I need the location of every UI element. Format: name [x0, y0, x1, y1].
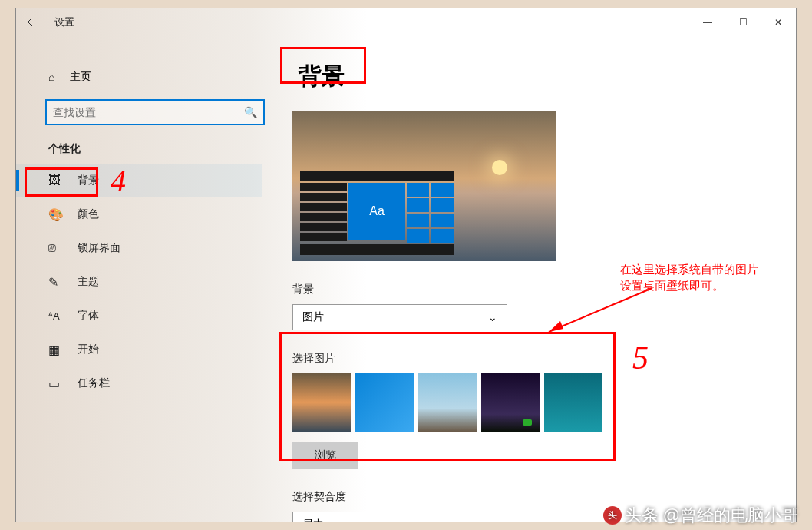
chevron-down-icon: ⌄	[488, 518, 497, 522]
background-dropdown[interactable]: 图片 ⌄	[292, 304, 507, 330]
sidebar-item-themes[interactable]: ✎ 主题	[16, 265, 262, 299]
thumbnail-2[interactable]	[355, 373, 414, 432]
font-icon: ᴬA	[48, 310, 64, 322]
watermark: 头 头条 @曾经的电脑小哥	[603, 504, 798, 527]
thumbnail-4[interactable]	[481, 373, 540, 432]
sidebar-item-label: 主题	[78, 275, 99, 289]
search-field[interactable]	[53, 106, 244, 118]
annotation-text: 在这里选择系统自带的图片 设置桌面壁纸即可。	[620, 261, 758, 293]
preview-pane: Aa	[292, 111, 556, 261]
annotation-number-5: 5	[632, 340, 649, 376]
picture-thumbnails	[292, 373, 781, 432]
home-link[interactable]: ⌂ 主页	[16, 64, 262, 90]
palette-icon: 🎨	[48, 207, 64, 222]
maximize-button[interactable]: ☐	[725, 8, 761, 36]
fit-dropdown[interactable]: 居中 ⌄	[292, 512, 507, 522]
search-icon: 🔍	[244, 106, 257, 118]
sidebar-item-lockscreen[interactable]: ⎚ 锁屏界面	[16, 231, 262, 265]
sidebar-item-colors[interactable]: 🎨 颜色	[16, 197, 262, 231]
sidebar-item-label: 颜色	[78, 207, 99, 221]
sidebar-item-label: 锁屏界面	[78, 241, 120, 255]
close-button[interactable]: ✕	[761, 8, 796, 36]
sidebar-item-label: 字体	[78, 309, 99, 323]
section-label: 个性化	[16, 125, 262, 164]
page-title: 背景	[292, 59, 351, 94]
start-icon: ▦	[48, 343, 64, 357]
fit-label: 选择契合度	[292, 490, 781, 504]
sidebar-item-background[interactable]: 🖼 背景	[16, 164, 262, 197]
thumbnail-1[interactable]	[292, 373, 351, 432]
picture-icon: 🖼	[48, 174, 64, 187]
window-title: 设置	[54, 15, 74, 29]
dropdown-value: 图片	[302, 310, 324, 324]
browse-button[interactable]: 浏览	[292, 442, 358, 469]
search-input[interactable]: 🔍	[45, 99, 265, 125]
sidebar-item-start[interactable]: ▦ 开始	[16, 333, 262, 366]
thumbnail-5[interactable]	[544, 373, 602, 432]
chevron-down-icon: ⌄	[488, 311, 497, 323]
sidebar-item-taskbar[interactable]: ▭ 任务栏	[16, 366, 262, 400]
annotation-number-4: 4	[111, 163, 126, 199]
choose-picture-label: 选择图片	[292, 352, 781, 366]
sidebar: ⌂ 主页 🔍 个性化 🖼 背景 🎨 颜色 ⎚ 锁屏界面 ✎ 主题 ᴬA 字体	[16, 42, 262, 400]
theme-icon: ✎	[48, 275, 64, 290]
sidebar-item-label: 开始	[78, 343, 99, 356]
preview-tile: Aa	[348, 183, 404, 240]
sidebar-item-label: 任务栏	[78, 376, 110, 390]
taskbar-icon: ▭	[48, 376, 64, 391]
title-bar: 🡠 设置 — ☐ ✕	[16, 8, 796, 36]
dropdown-value: 居中	[302, 518, 324, 522]
back-button[interactable]: 🡠	[16, 8, 50, 36]
thumbnail-3[interactable]	[418, 373, 477, 432]
sidebar-item-label: 背景	[78, 174, 99, 187]
lockscreen-icon: ⎚	[48, 241, 64, 255]
minimize-button[interactable]: —	[690, 8, 725, 36]
home-label: 主页	[70, 70, 91, 84]
home-icon: ⌂	[48, 71, 54, 83]
sidebar-item-fonts[interactable]: ᴬA 字体	[16, 299, 262, 333]
